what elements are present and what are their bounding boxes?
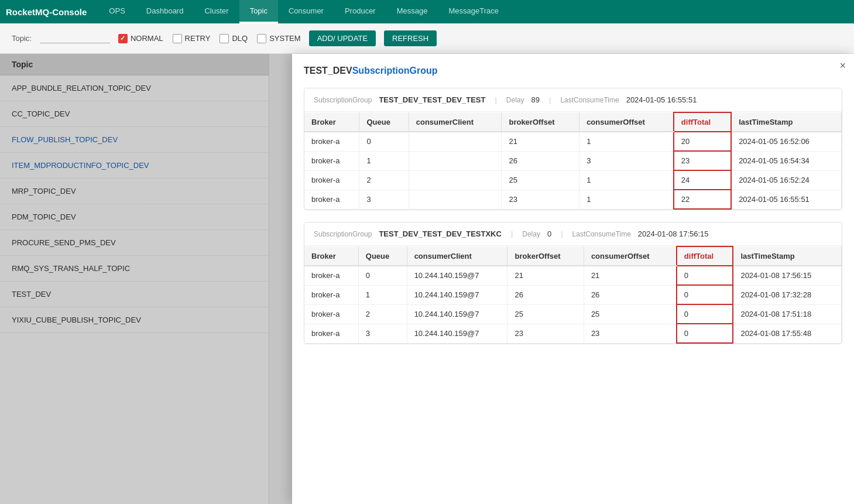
checkbox-label-dlq: DLQ [232,34,248,43]
col-header-consumeroffset: consumerOffset [584,246,676,266]
cell-consumerclient [409,132,502,151]
cell-difftotal: 24 [674,170,731,190]
cell-lasttimestamp: 2024-01-08 17:56:15 [733,266,841,285]
cell-brokeroffset: 23 [502,190,579,209]
delay-label: Delay [522,230,540,238]
cell-broker: broker-a [304,285,358,304]
modal-title: TEST_DEVSubscriptionGroup [304,66,842,76]
modal: × TEST_DEVSubscriptionGroup Subscription… [292,54,854,504]
table-row: broker-a010.244.140.159@7212102024-01-08… [304,266,842,285]
cell-difftotal: 0 [677,304,733,324]
cell-brokeroffset: 25 [507,304,584,324]
col-header-lasttimestamp: lastTimeStamp [733,246,841,266]
cell-consumerclient: 10.244.140.159@7 [407,324,507,343]
delay-value: 0 [547,229,551,238]
table-row: broker-a0211202024-01-05 16:52:06 [304,132,842,151]
cell-broker: broker-a [304,266,358,285]
nav-item-dashboard[interactable]: Dashboard [136,0,194,23]
table-row: broker-a210.244.140.159@7252502024-01-08… [304,304,842,324]
col-header-lasttimestamp: lastTimeStamp [731,112,841,132]
modal-close-button[interactable]: × [839,60,846,72]
toolbar: Topic: NORMALRETRYDLQSYSTEM ADD/ UPDATE … [0,23,854,54]
cell-brokeroffset: 23 [507,324,584,343]
cell-lasttimestamp: 2024-01-05 16:54:34 [731,151,841,170]
modal-overlay: × TEST_DEVSubscriptionGroup Subscription… [0,54,854,504]
cell-broker: broker-a [304,132,359,151]
col-header-consumeroffset: consumerOffset [579,112,674,132]
cell-queue: 2 [358,304,407,324]
topic-input[interactable] [40,34,110,43]
cell-difftotal: 0 [677,266,733,285]
cell-lasttimestamp: 2024-01-05 16:52:24 [731,170,841,190]
last-consume-label: LastConsumeTime [560,96,619,104]
last-consume-label: LastConsumeTime [572,230,631,238]
topic-label: Topic: [12,34,32,43]
cell-consumeroffset: 3 [579,151,674,170]
table-row: broker-a1263232024-01-05 16:54:34 [304,151,842,170]
checkbox-system[interactable]: SYSTEM [257,34,300,43]
cell-queue: 1 [359,151,409,170]
cell-difftotal: 0 [677,285,733,304]
cell-consumeroffset: 1 [579,190,674,209]
refresh-button[interactable]: REFRESH [384,30,437,46]
cell-consumerclient [409,190,502,209]
nav-item-producer[interactable]: Producer [334,0,386,23]
checkbox-normal[interactable]: NORMAL [118,34,163,43]
cell-queue: 0 [359,132,409,151]
cell-consumerclient: 10.244.140.159@7 [407,304,507,324]
cell-broker: broker-a [304,304,358,324]
checkbox-retry[interactable]: RETRY [173,34,211,43]
col-header-brokeroffset: brokerOffset [502,112,579,132]
checkbox-label-normal: NORMAL [131,34,163,43]
col-header-consumerclient: consumerClient [407,246,507,266]
cell-consumerclient: 10.244.140.159@7 [407,266,507,285]
col-header-difftotal: diffTotal [674,112,731,132]
subscription-card-0: SubscriptionGroup TEST_DEV_TEST_DEV_TEST… [304,88,842,210]
cell-difftotal: 22 [674,190,731,209]
table-wrapper-1: BrokerQueueconsumerClientbrokerOffsetcon… [304,246,842,344]
col-header-queue: Queue [358,246,407,266]
cell-brokeroffset: 21 [507,266,584,285]
cell-queue: 1 [358,285,407,304]
table-row: broker-a310.244.140.159@7232302024-01-08… [304,324,842,343]
nav-item-consumer[interactable]: Consumer [278,0,334,23]
checkbox-label-retry: RETRY [185,34,211,43]
cell-consumerclient: 10.244.140.159@7 [407,285,507,304]
nav-item-cluster[interactable]: Cluster [194,0,239,23]
sub-group-label: SubscriptionGroup [314,96,372,104]
cell-difftotal: 0 [677,324,733,343]
cell-broker: broker-a [304,170,359,190]
modal-title-suffix: SubscriptionGroup [352,66,438,76]
sub-group-label: SubscriptionGroup [314,230,372,238]
sub-group-value: TEST_DEV_TEST_DEV_TESTXKC [379,229,502,238]
add-update-button[interactable]: ADD/ UPDATE [309,30,376,46]
cell-consumeroffset: 21 [584,266,676,285]
cell-lasttimestamp: 2024-01-08 17:51:18 [733,304,841,324]
nav-item-ops[interactable]: OPS [98,0,135,23]
nav-item-topic[interactable]: Topic [239,0,278,23]
cell-consumerclient [409,151,502,170]
nav-item-messagetrace[interactable]: MessageTrace [438,0,509,23]
nav-items: OPSDashboardClusterTopicConsumerProducer… [98,0,509,23]
cell-queue: 3 [358,324,407,343]
table-row: broker-a3231222024-01-05 16:55:51 [304,190,842,209]
delay-label: Delay [506,96,524,104]
col-header-broker: Broker [304,246,358,266]
sub-group-value: TEST_DEV_TEST_DEV_TEST [379,95,485,104]
app-brand: RocketMQ-Console [6,7,87,17]
checkbox-dlq[interactable]: DLQ [219,34,248,43]
cell-consumeroffset: 1 [579,170,674,190]
cell-brokeroffset: 21 [502,132,579,151]
cell-lasttimestamp: 2024-01-08 17:32:28 [733,285,841,304]
modal-title-prefix: TEST_DEV [304,66,352,76]
last-consume-value: 2024-01-08 17:56:15 [638,229,709,238]
data-table-0: BrokerQueueconsumerClientbrokerOffsetcon… [304,112,842,210]
subscription-groups: SubscriptionGroup TEST_DEV_TEST_DEV_TEST… [304,88,842,344]
nav-item-message[interactable]: Message [386,0,438,23]
table-row: broker-a110.244.140.159@7262602024-01-08… [304,285,842,304]
col-header-consumerclient: consumerClient [409,112,502,132]
cell-lasttimestamp: 2024-01-05 16:55:51 [731,190,841,209]
cell-consumeroffset: 23 [584,324,676,343]
cell-queue: 0 [358,266,407,285]
col-header-queue: Queue [359,112,409,132]
